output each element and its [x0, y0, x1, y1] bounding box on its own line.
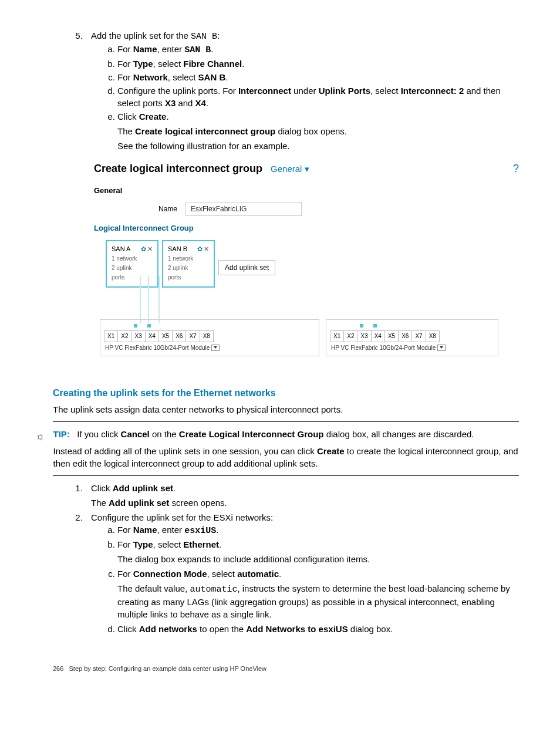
help-icon[interactable]: ? — [513, 161, 519, 176]
add-uplink-set-button[interactable]: Add uplink set — [218, 260, 275, 276]
port-x6[interactable]: X6 — [173, 330, 186, 342]
step-5-list: Add the uplink set for the SAN B: For Na… — [53, 29, 519, 152]
conn-line — [140, 276, 141, 323]
view-dropdown[interactable]: General ▾ — [271, 163, 309, 175]
step5-e-p1: The Create logical interconnect group di… — [117, 125, 519, 137]
close-icon[interactable]: ✕ — [147, 245, 153, 252]
close-icon[interactable]: ✕ — [204, 245, 209, 252]
dialog-header: Create logical interconnect group Genera… — [94, 159, 519, 181]
san-b-box[interactable]: SAN B✿✕ 1 network 2 uplink ports — [162, 240, 215, 288]
port-marker-icon — [147, 324, 151, 328]
port-x5[interactable]: X5 — [158, 330, 172, 342]
gear-icon[interactable]: ✿ — [197, 245, 203, 252]
tip-p1: TIP: If you click Cancel on the Create L… — [53, 428, 519, 440]
dropdown-icon[interactable] — [437, 345, 446, 351]
port-marker-icon — [373, 324, 377, 328]
port-marker-icon — [134, 324, 137, 328]
name-label: Name — [158, 204, 177, 214]
port-x5[interactable]: X5 — [384, 330, 398, 342]
port-marker-icon — [360, 324, 363, 328]
step5-intro-b: : — [217, 31, 220, 40]
eth-step1: Click Add uplink set. The Add uplink set… — [85, 482, 519, 509]
eth-step2b: For Type, select Ethernet. The dialog bo… — [117, 538, 519, 565]
eth-step2c-p1: The default value, automatic, instructs … — [117, 582, 519, 620]
ethernet-uplink-heading: Creating the uplink sets for the Etherne… — [53, 387, 519, 400]
port-x3[interactable]: X3 — [131, 330, 145, 342]
eth-step2c: For Connection Mode, select automatic. T… — [117, 568, 519, 620]
port-row: X1 X2 X3 X4 X5 X6 X7 X8 — [330, 330, 440, 342]
module-label: HP VC FlexFabric 10Gb/24-Port Module — [330, 342, 494, 352]
port-x1[interactable]: X1 — [330, 330, 344, 342]
port-x8[interactable]: X8 — [200, 330, 213, 342]
port-x7[interactable]: X7 — [186, 330, 200, 342]
port-x2[interactable]: X2 — [344, 330, 357, 342]
step5-intro-a: Add the uplink set for the — [91, 31, 191, 40]
lig-heading: Logical Interconnect Group — [94, 223, 519, 234]
conn-line — [148, 276, 149, 323]
step5-e-p2: See the following illustration for an ex… — [117, 140, 519, 152]
footer-text: Step by step: Configuring an example dat… — [69, 665, 267, 672]
general-heading: General — [94, 185, 519, 196]
port-x4[interactable]: X4 — [371, 330, 384, 342]
conn-line — [158, 276, 160, 323]
name-row: Name — [158, 202, 519, 216]
step5-e: Click Create. The Create logical interco… — [117, 110, 519, 152]
eth-step1-p1: The Add uplink set screen opens. — [91, 497, 519, 509]
name-input[interactable] — [185, 202, 302, 216]
module-label: HP VC FlexFabric 10Gb/24-Port Module — [104, 342, 315, 352]
page-number: 266 — [53, 665, 63, 672]
step5-intro-code: SAN B — [191, 32, 217, 42]
port-row: X1 X2 X3 X4 X5 X6 X7 X8 — [104, 330, 214, 342]
divider — [53, 421, 519, 422]
port-x2[interactable]: X2 — [118, 330, 131, 342]
dropdown-icon[interactable] — [211, 345, 220, 351]
tip-icon: ☼ — [35, 428, 45, 470]
san-a-box[interactable]: SAN A✿✕ 1 network 2 uplink ports — [106, 240, 158, 288]
step5-b: For Type, select Fibre Channel. — [117, 58, 519, 70]
interconnect-module-2: X1 X2 X3 X4 X5 X6 X7 X8 HP VC FlexFabric… — [326, 319, 498, 356]
eth-step2: Configure the uplink set for the ESXi ne… — [85, 511, 519, 635]
eth-step2-sublist: For Name, enter esxiUS. For Type, select… — [91, 524, 519, 635]
dialog-figure: Create logical interconnect group Genera… — [94, 159, 519, 369]
step-5: Add the uplink set for the SAN B: For Na… — [85, 29, 519, 152]
port-x7[interactable]: X7 — [412, 330, 426, 342]
tip-block: ☼ TIP: If you click Cancel on the Create… — [35, 428, 519, 470]
ethernet-intro: The uplink sets assign data center netwo… — [53, 403, 519, 416]
eth-step2a: For Name, enter esxiUS. — [117, 524, 519, 537]
ethernet-steps: Click Add uplink set. The Add uplink set… — [53, 482, 519, 635]
port-x1[interactable]: X1 — [104, 330, 118, 342]
lig-diagram: SAN A✿✕ 1 network 2 uplink ports SAN B✿✕… — [94, 240, 519, 369]
eth-step2d: Click Add networks to open the Add Netwo… — [117, 623, 519, 635]
divider — [53, 475, 519, 476]
marker-cell — [104, 322, 118, 331]
step5-c: For Network, select SAN B. — [117, 71, 519, 83]
gear-icon[interactable]: ✿ — [141, 245, 146, 252]
eth-step2b-p1: The dialog box expands to include additi… — [117, 553, 519, 565]
step5-a: For Name, enter SAN B. — [117, 43, 519, 56]
step5-d: Configure the uplink ports. For Intercon… — [117, 85, 519, 109]
port-x4[interactable]: X4 — [145, 330, 158, 342]
port-x6[interactable]: X6 — [399, 330, 412, 342]
page-footer: 266 Step by step: Configuring an example… — [53, 664, 519, 673]
tip-p2: Instead of adding all of the uplink sets… — [53, 445, 519, 470]
port-x3[interactable]: X3 — [357, 330, 371, 342]
port-x8[interactable]: X8 — [426, 330, 439, 342]
step5-sublist: For Name, enter SAN B. For Type, select … — [91, 43, 519, 152]
interconnect-module-1: X1 X2 X3 X4 X5 X6 X7 X8 HP VC FlexFabric… — [100, 319, 319, 356]
dialog-title: Create logical interconnect group — [94, 161, 262, 176]
